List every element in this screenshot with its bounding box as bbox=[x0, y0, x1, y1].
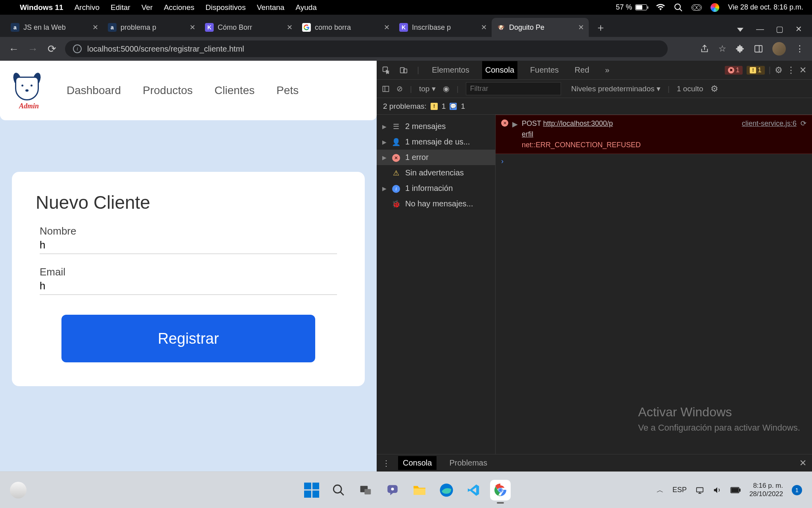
problems-bar[interactable]: 2 problemas: !1 💬1 bbox=[377, 98, 812, 115]
devtools-settings-icon[interactable]: ⚙ bbox=[775, 65, 783, 75]
share-icon[interactable] bbox=[700, 44, 709, 53]
name-input[interactable] bbox=[40, 239, 337, 251]
devtools-menu-icon[interactable]: ⋮ bbox=[787, 65, 795, 75]
taskbar-explorer-icon[interactable] bbox=[409, 480, 430, 500]
sidebar-row-user[interactable]: ▶👤1 mensaje de us... bbox=[377, 134, 495, 150]
sidepanel-icon[interactable] bbox=[754, 44, 763, 53]
menu-archivo[interactable]: Archivo bbox=[75, 3, 100, 12]
sidebar-row-verbose[interactable]: 🐞No hay mensajes... bbox=[377, 196, 495, 212]
new-tab-button[interactable]: ＋ bbox=[593, 19, 609, 35]
browser-tab[interactable]: como borra ✕ bbox=[297, 18, 395, 37]
console-sidebar-toggle-icon[interactable] bbox=[382, 85, 389, 92]
drawer-tab-consola[interactable]: Consola bbox=[398, 456, 437, 470]
tab-close-icon[interactable]: ✕ bbox=[92, 23, 98, 32]
site-logo[interactable]: Admin bbox=[11, 73, 43, 108]
tray-chevron-icon[interactable]: ︿ bbox=[657, 485, 664, 495]
email-input[interactable] bbox=[40, 280, 337, 292]
nav-productos[interactable]: Productos bbox=[143, 84, 193, 97]
address-bar[interactable]: i localhost:5000/screens/registrar_clien… bbox=[65, 40, 668, 57]
taskbar-chrome-icon[interactable] bbox=[490, 480, 511, 500]
drawer-menu-icon[interactable]: ⋮ bbox=[382, 458, 390, 468]
devtools-tab-consola[interactable]: Consola bbox=[482, 61, 517, 79]
taskbar-chat-icon[interactable] bbox=[382, 480, 403, 500]
sidebar-row-errors[interactable]: ▶✕1 error bbox=[377, 150, 495, 165]
window-minimize-icon[interactable]: ― bbox=[756, 25, 764, 34]
menu-acciones[interactable]: Acciones bbox=[164, 3, 194, 12]
reload-icon[interactable]: ⟳ bbox=[801, 118, 806, 129]
spotlight-icon[interactable] bbox=[674, 3, 683, 12]
nav-clientes[interactable]: Clientes bbox=[214, 84, 255, 97]
tab-close-icon[interactable]: ✕ bbox=[481, 23, 487, 32]
menu-ver[interactable]: Ver bbox=[142, 3, 153, 12]
site-info-icon[interactable]: i bbox=[73, 44, 82, 53]
tray-clock[interactable]: 8:16 p. m. 28/10/2022 bbox=[749, 482, 783, 498]
log-levels-selector[interactable]: Niveles predeterminados ▾ bbox=[571, 84, 661, 93]
error-source-link[interactable]: client-service.js:6 bbox=[742, 118, 797, 129]
tab-close-icon[interactable]: ✕ bbox=[287, 23, 293, 32]
tray-language[interactable]: ESP bbox=[672, 486, 687, 494]
tab-close-icon[interactable]: ✕ bbox=[578, 23, 584, 32]
notification-badge[interactable]: 1 bbox=[792, 485, 802, 495]
browser-menu-icon[interactable]: ⋮ bbox=[795, 44, 804, 54]
nav-back-icon[interactable]: ← bbox=[8, 43, 20, 55]
bookmark-star-icon[interactable]: ☆ bbox=[718, 44, 726, 54]
nav-dashboard[interactable]: Dashboard bbox=[67, 84, 121, 97]
console-settings-icon[interactable]: ⚙ bbox=[710, 84, 718, 94]
extensions-icon[interactable] bbox=[736, 44, 745, 53]
browser-tab-active[interactable]: 🐶 Doguito Pe ✕ bbox=[492, 18, 589, 37]
nav-forward-icon[interactable]: → bbox=[27, 43, 39, 55]
sidebar-row-info[interactable]: ▶i1 información bbox=[377, 181, 495, 196]
task-view-icon[interactable] bbox=[355, 480, 376, 500]
browser-tab[interactable]: a JS en la Web ✕ bbox=[6, 18, 103, 37]
drawer-tab-problemas[interactable]: Problemas bbox=[444, 456, 492, 470]
taskbar-search-icon[interactable] bbox=[328, 480, 349, 500]
tab-close-icon[interactable]: ✕ bbox=[190, 23, 195, 32]
profile-avatar[interactable] bbox=[772, 42, 786, 56]
inspect-icon[interactable] bbox=[382, 66, 390, 74]
devtools-tab-red[interactable]: Red bbox=[571, 61, 592, 79]
taskbar-vscode-icon[interactable] bbox=[463, 480, 484, 500]
sidebar-row-messages[interactable]: ▶☰2 mensajes bbox=[377, 119, 495, 134]
nav-pets[interactable]: Pets bbox=[276, 84, 299, 97]
window-maximize-icon[interactable]: ▢ bbox=[776, 24, 783, 34]
taskbar-weather-icon[interactable] bbox=[10, 482, 27, 498]
battery-indicator[interactable]: 57 % bbox=[616, 3, 647, 12]
wifi-icon[interactable] bbox=[656, 4, 665, 11]
console-clear-icon[interactable]: ⊘ bbox=[396, 84, 403, 93]
menu-editar[interactable]: Editar bbox=[111, 3, 130, 12]
devtools-tab-more-icon[interactable]: » bbox=[602, 61, 613, 79]
siri-icon[interactable] bbox=[710, 3, 719, 12]
menu-ventana[interactable]: Ventana bbox=[257, 3, 285, 12]
menubar-app-name[interactable]: Windows 11 bbox=[20, 3, 63, 12]
start-button[interactable] bbox=[301, 480, 322, 500]
devtools-tab-elementos[interactable]: Elementos bbox=[429, 61, 473, 79]
tray-volume-icon[interactable] bbox=[713, 486, 722, 495]
browser-tab[interactable]: a problema p ✕ bbox=[103, 18, 200, 37]
sidebar-row-warnings[interactable]: ⚠Sin advertencias bbox=[377, 165, 495, 181]
menu-dispositivos[interactable]: Dispositivos bbox=[205, 3, 245, 12]
console-context-selector[interactable]: top ▾ bbox=[419, 84, 436, 93]
devtools-tab-fuentes[interactable]: Fuentes bbox=[527, 61, 562, 79]
window-close-icon[interactable]: ✕ bbox=[795, 24, 802, 34]
live-expression-icon[interactable]: ◉ bbox=[443, 84, 450, 93]
warning-count-badge[interactable]: 1 bbox=[747, 66, 764, 75]
console-error-entry[interactable]: ✕ ▶ POST http://localhost:3000/p erfil n… bbox=[496, 115, 812, 154]
device-toggle-icon[interactable] bbox=[400, 66, 408, 74]
submit-button[interactable]: Registrar bbox=[61, 315, 315, 362]
tray-battery-icon[interactable] bbox=[730, 487, 741, 493]
drawer-close-icon[interactable]: ✕ bbox=[799, 458, 806, 468]
error-count-badge[interactable]: 1 bbox=[725, 66, 743, 75]
tab-search-icon[interactable] bbox=[736, 26, 744, 32]
browser-tab[interactable]: K Inscríbase p ✕ bbox=[395, 18, 492, 37]
console-prompt[interactable]: › bbox=[496, 154, 812, 169]
menu-ayuda[interactable]: Ayuda bbox=[295, 3, 317, 12]
console-filter-input[interactable] bbox=[466, 82, 561, 95]
browser-tab[interactable]: K Cómo Borr ✕ bbox=[200, 18, 297, 37]
control-center-icon[interactable] bbox=[691, 4, 702, 11]
tab-close-icon[interactable]: ✕ bbox=[384, 23, 390, 32]
tray-network-icon[interactable] bbox=[695, 486, 704, 495]
taskbar-edge-icon[interactable] bbox=[436, 480, 457, 500]
menubar-datetime[interactable]: Vie 28 de oct. 8:16 p.m. bbox=[728, 3, 803, 12]
nav-reload-icon[interactable]: ⟳ bbox=[46, 43, 58, 55]
devtools-close-icon[interactable]: ✕ bbox=[799, 65, 806, 75]
